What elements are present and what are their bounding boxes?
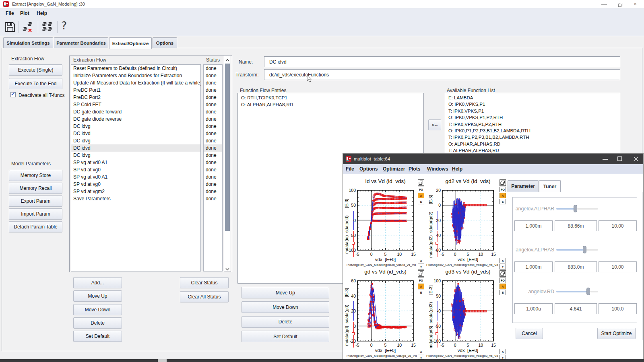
table-row-status-cell[interactable]: done	[204, 115, 222, 123]
table-row[interactable]: Update All Measured Data for Extraction …	[71, 79, 200, 86]
table-row-status-cell[interactable]: done	[204, 72, 222, 79]
param-min-0[interactable]: 1.000m	[514, 220, 553, 231]
table-row-status-cell[interactable]: done	[204, 101, 222, 108]
table-row[interactable]: Save Parameters	[71, 195, 200, 202]
plot-button-po[interactable]: PO	[418, 278, 424, 283]
execute-single-button[interactable]: Execute (Single)	[9, 64, 62, 76]
table-row[interactable]: DC gate diode reverse	[71, 115, 200, 123]
multiplot-maximize-button[interactable]	[617, 156, 622, 161]
table-row-status-cell[interactable]: done	[204, 94, 222, 101]
table-row-status-cell[interactable]: done	[204, 152, 222, 159]
menu-help[interactable]: Help	[37, 10, 47, 16]
discard-data-icon[interactable]	[22, 22, 34, 33]
multiplot-menu-plots[interactable]: Plots	[409, 166, 420, 172]
clear-all-status-button[interactable]: Clear All Status	[180, 291, 229, 302]
axis-button-x[interactable]: X	[418, 258, 424, 263]
table-row[interactable]: DC gate diode forward	[71, 108, 200, 115]
memory-recall-button[interactable]: Memory Recall	[9, 183, 62, 194]
close-button[interactable]: ×	[632, 1, 638, 7]
table-row-status-cell[interactable]: done	[204, 86, 222, 94]
plot-canvas[interactable]	[357, 280, 414, 342]
param-value-1[interactable]: 883.0m	[555, 261, 597, 272]
slider-thumb[interactable]	[586, 288, 590, 295]
param-value-0[interactable]: 88.66m	[555, 220, 597, 231]
table-row-status-cell[interactable]: done	[204, 79, 222, 86]
deactivate-tfuncs-checkbox[interactable]: ✓	[10, 92, 16, 97]
cancel-button[interactable]: Cancel	[516, 328, 543, 339]
plot-canvas[interactable]	[357, 189, 414, 251]
plot-canvas[interactable]	[442, 189, 494, 251]
memory-store-button[interactable]: Memory Store	[9, 170, 62, 181]
table-row[interactable]: DC idvg	[71, 137, 200, 144]
plot-button-a[interactable]: A	[418, 284, 424, 289]
table-row[interactable]: DC idvd	[71, 144, 200, 152]
scroll-up-icon[interactable]	[225, 57, 230, 62]
tab-simulation-settings[interactable]: Simulation Settings	[3, 37, 53, 48]
axis-button-x[interactable]: X	[500, 258, 506, 263]
available-function-item[interactable]: O: ALPHAR,ALPHAS,RD	[448, 142, 617, 148]
axis-button-x[interactable]: X	[500, 349, 506, 354]
minimize-button[interactable]	[601, 4, 607, 5]
param-max-1[interactable]: 10.00	[599, 261, 637, 272]
scroll-down-icon[interactable]	[225, 266, 230, 271]
param-value-2[interactable]: 4.641	[555, 303, 597, 314]
available-function-item[interactable]: O: IPK0,VPKS,P1,P2,RTH	[448, 115, 617, 121]
menu-file[interactable]: File	[6, 10, 14, 16]
move-left-button[interactable]: <--	[428, 119, 441, 130]
table-row-status-cell[interactable]: done	[204, 65, 222, 72]
tab-tuner[interactable]: Tuner	[539, 180, 561, 192]
table-row-status-cell[interactable]: done	[204, 137, 222, 144]
table-row-status-cell[interactable]: done	[204, 181, 222, 188]
transform-input[interactable]: dc/id_vds/executeFunctions	[264, 69, 620, 80]
table-row[interactable]: SP vd at vgm2	[71, 188, 200, 195]
plot-button-po[interactable]: PO	[418, 187, 424, 192]
multiplot-menu-options[interactable]: Options	[359, 166, 378, 172]
table-row[interactable]: DC idvg	[71, 152, 200, 159]
flow-delete-button[interactable]: Delete	[73, 317, 122, 329]
plot-button-a[interactable]: A	[418, 193, 424, 198]
entry-set-default-button[interactable]: Set Default	[242, 331, 329, 342]
export-param-button[interactable]: Export Param	[9, 195, 62, 207]
tab-options[interactable]: Options	[153, 37, 177, 48]
available-function-item[interactable]: T: IPK0,P1,P2,P3,B1,B2,LAMBDA,RTH	[448, 135, 617, 141]
table-row-status-cell[interactable]: done	[204, 108, 222, 115]
entry-move-down-button[interactable]: Move Down	[242, 301, 329, 313]
function-flow-entry[interactable]: O: ALPHAR,ALPHAS,RD	[241, 102, 418, 108]
detach-param-table-button[interactable]: Detach Param Table	[9, 221, 62, 232]
param-max-2[interactable]: 100.0	[599, 303, 637, 314]
plot-button-e[interactable]: E	[500, 290, 506, 295]
tab-parameter[interactable]: Parameter	[508, 180, 539, 192]
table-row[interactable]: SP vg at vd0 A1	[71, 159, 200, 166]
table-row[interactable]: PreDC Port2	[71, 94, 200, 101]
plot-button-e[interactable]: E	[418, 290, 424, 295]
plot-button-po[interactable]: PO	[500, 278, 506, 283]
help-icon[interactable]: ?	[61, 19, 71, 34]
table-row-status-cell[interactable]: done	[204, 144, 222, 152]
execute-to-end-button[interactable]: Execute To the End	[9, 78, 62, 89]
plot-button-a[interactable]: A	[500, 193, 506, 198]
tab-extract-optimize[interactable]: Extract/Optimize	[109, 37, 152, 49]
table-row-status-cell[interactable]: done	[204, 159, 222, 166]
menu-plot[interactable]: Plot	[20, 10, 29, 16]
multiplot-minimize-button[interactable]	[603, 159, 608, 160]
table-row-status-cell[interactable]: done	[204, 188, 222, 195]
name-input[interactable]: DC idvd	[264, 56, 620, 67]
multiplot-menu-file[interactable]: File	[346, 166, 354, 172]
multiplot-close-button[interactable]	[633, 156, 639, 162]
slider-thumb[interactable]	[583, 246, 586, 253]
import-param-button[interactable]: Import Param	[9, 208, 62, 220]
param-min-1[interactable]: 1.000m	[514, 261, 553, 272]
flow-move-up-button[interactable]: Move Up	[73, 290, 122, 302]
param-slider-2[interactable]	[556, 291, 598, 292]
plot-button-e[interactable]: E	[500, 199, 506, 204]
plot-button-po[interactable]: PO	[500, 187, 506, 192]
plot-restore-icon[interactable]	[500, 270, 506, 277]
param-max-0[interactable]: 10.00	[599, 220, 637, 231]
param-min-2[interactable]: 1.000u	[514, 303, 553, 314]
plot-restore-icon[interactable]	[418, 270, 424, 277]
available-function-item[interactable]: O: IPK0,VPKS,P1	[448, 102, 617, 108]
start-optimize-button[interactable]: Start Optimize	[597, 328, 636, 339]
plot-restore-icon[interactable]	[418, 179, 424, 186]
table-row[interactable]: Initialize Parameters and Boundaries for…	[71, 72, 200, 79]
restore-button[interactable]	[618, 2, 623, 6]
